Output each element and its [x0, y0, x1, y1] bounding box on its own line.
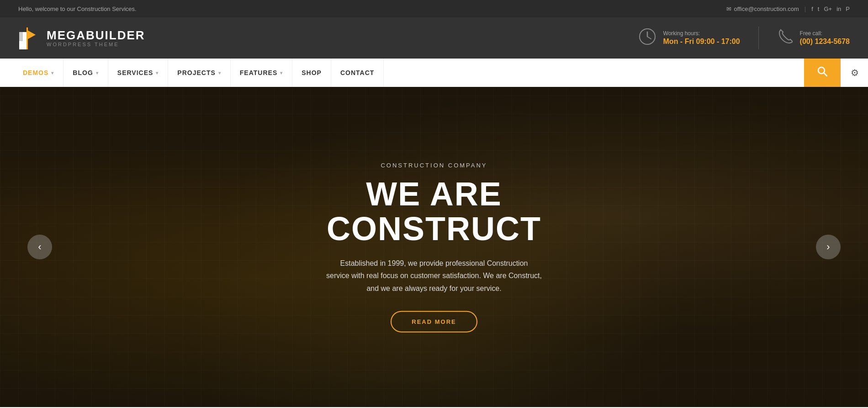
- svg-rect-3: [26, 27, 28, 49]
- chevron-down-icon: ▾: [280, 70, 283, 75]
- nav-label-contact: CONTACT: [340, 69, 374, 76]
- top-bar-divider: |: [804, 5, 806, 12]
- email-icon: ✉: [726, 5, 731, 12]
- svg-rect-1: [19, 32, 23, 41]
- hero-slider: CONSTRUCTION COMPANY WE ARE CONSTRUCT Es…: [0, 87, 868, 407]
- chevron-left-icon: ‹: [38, 241, 41, 253]
- logo-text: MEGABUILDER WORDPRESS THEME: [47, 29, 145, 48]
- nav-item-demos[interactable]: DEMOS ▾: [14, 59, 64, 87]
- logo-area[interactable]: MEGABUILDER WORDPRESS THEME: [18, 26, 145, 50]
- chevron-down-icon: ▾: [218, 70, 221, 75]
- twitter-icon[interactable]: t: [818, 5, 820, 12]
- header-divider: [758, 27, 759, 49]
- chevron-down-icon: ▾: [156, 70, 159, 75]
- linkedin-icon[interactable]: in: [836, 5, 841, 12]
- hero-description: Established in 1999, we provide professi…: [274, 257, 594, 295]
- free-call-block: Free call: (00) 1234-5678: [777, 28, 850, 48]
- read-more-button[interactable]: READ MORE: [391, 311, 477, 332]
- pinterest-icon[interactable]: P: [846, 5, 850, 12]
- working-hours-block: Working hours: Mon - Fri 09:00 - 17:00: [639, 28, 740, 48]
- nav-item-features[interactable]: FEATURES ▾: [231, 59, 292, 87]
- hero-content: CONSTRUCTION COMPANY WE ARE CONSTRUCT Es…: [274, 162, 594, 333]
- logo-subtitle: WORDPRESS THEME: [47, 42, 145, 47]
- nav-item-projects[interactable]: PROJECTS ▾: [168, 59, 230, 87]
- logo-icon: [18, 26, 40, 50]
- phone-icon: [777, 28, 793, 48]
- nav-label-features: FEATURES: [240, 69, 277, 76]
- working-hours-text: Working hours: Mon - Fri 09:00 - 17:00: [663, 30, 740, 46]
- gear-icon: ⚙: [851, 67, 859, 78]
- top-bar-right: ✉ office@construction.com | f t G+ in P: [726, 5, 850, 12]
- chevron-right-icon: ›: [826, 241, 830, 253]
- welcome-text: Hello, welcome to our Construction Servi…: [18, 5, 137, 12]
- nav-item-services[interactable]: SERVICES ▾: [108, 59, 169, 87]
- nav-label-projects: PROJECTS: [177, 69, 215, 76]
- nav-menu: DEMOS ▾ BLOG ▾ SERVICES ▾ PROJECTS ▾ FEA…: [0, 59, 804, 87]
- header-info: Working hours: Mon - Fri 09:00 - 17:00 F…: [639, 27, 850, 49]
- header: MEGABUILDER WORDPRESS THEME Working hour…: [0, 17, 868, 59]
- free-call-label: Free call:: [800, 30, 850, 37]
- logo-title: MEGABUILDER: [47, 29, 145, 42]
- nav-label-shop: SHOP: [302, 69, 322, 76]
- email-link[interactable]: ✉ office@construction.com: [726, 5, 799, 12]
- working-hours-value: Mon - Fri 09:00 - 17:00: [663, 38, 740, 45]
- nav-item-shop[interactable]: SHOP: [292, 59, 331, 87]
- svg-line-6: [647, 37, 651, 39]
- svg-line-8: [824, 73, 827, 76]
- google-plus-icon[interactable]: G+: [824, 5, 832, 12]
- clock-icon: [639, 28, 656, 48]
- top-bar: Hello, welcome to our Construction Servi…: [0, 0, 868, 17]
- nav-item-contact[interactable]: CONTACT: [331, 59, 384, 87]
- hero-title: WE ARE CONSTRUCT: [274, 177, 594, 246]
- email-text: office@construction.com: [734, 5, 799, 12]
- chevron-down-icon: ▾: [96, 70, 99, 75]
- settings-button[interactable]: ⚙: [841, 59, 868, 87]
- nav-label-blog: BLOG: [73, 69, 93, 76]
- search-icon: [817, 66, 827, 79]
- working-hours-label: Working hours:: [663, 30, 740, 37]
- slider-prev-button[interactable]: ‹: [27, 235, 52, 259]
- svg-marker-2: [27, 27, 36, 39]
- search-button[interactable]: [804, 59, 841, 87]
- navbar: DEMOS ▾ BLOG ▾ SERVICES ▾ PROJECTS ▾ FEA…: [0, 59, 868, 87]
- chevron-down-icon: ▾: [51, 70, 54, 75]
- social-icons: f t G+ in P: [811, 5, 850, 12]
- facebook-icon[interactable]: f: [811, 5, 813, 12]
- free-call-value: (00) 1234-5678: [800, 38, 850, 45]
- hero-subtitle: CONSTRUCTION COMPANY: [274, 162, 594, 169]
- nav-label-services: SERVICES: [117, 69, 153, 76]
- slider-next-button[interactable]: ›: [816, 235, 841, 259]
- free-call-text: Free call: (00) 1234-5678: [800, 30, 850, 46]
- nav-label-demos: DEMOS: [23, 69, 48, 76]
- nav-item-blog[interactable]: BLOG ▾: [64, 59, 108, 87]
